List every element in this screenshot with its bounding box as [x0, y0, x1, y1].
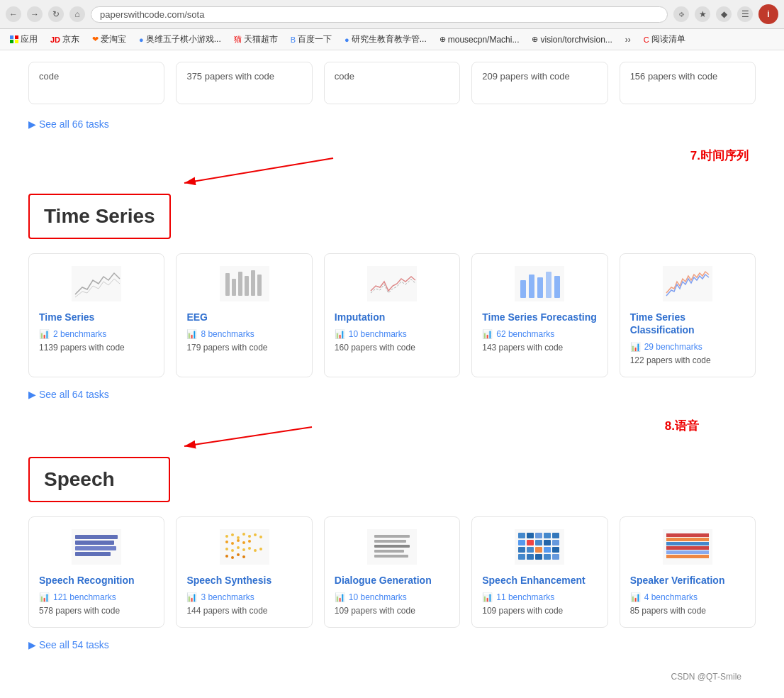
speech-recognition-benchmarks: 📊 121 benchmarks: [39, 592, 154, 602]
chart-icon-classification: 📊: [630, 342, 641, 352]
see-all-66-link[interactable]: ▶ See all 66 tasks: [28, 118, 756, 130]
forecasting-thumbnail: [482, 264, 597, 304]
time-series-forecasting-card[interactable]: Time Series Forecasting 📊 62 benchmarks …: [471, 253, 607, 377]
svg-point-36: [242, 541, 245, 544]
time-series-card-title: Time Series: [39, 311, 154, 323]
bookmark-tmall-label: 天猫超市: [244, 33, 278, 45]
bookmark-csdn-label: 阅读清单: [651, 33, 685, 45]
time-series-thumbnail: [39, 264, 154, 304]
time-series-classification-card[interactable]: Time Series Classification 📊 29 benchmar…: [620, 253, 756, 377]
svg-line-19: [184, 427, 312, 446]
partial-card-3[interactable]: code: [324, 62, 460, 104]
attribution: CSDN @QT-Smile: [28, 665, 756, 689]
speech-enhancement-card[interactable]: Speech Enhancement 📊 11 benchmarks 109 p…: [471, 516, 607, 628]
browser-chrome: ← → ↻ ⌂ paperswithcode.com/sota ⎆ ★ ◆ ☰ …: [0, 0, 784, 29]
bookmark-github1[interactable]: ⊕ mousecpn/Machi...: [435, 33, 524, 46]
bookmark-button[interactable]: ★: [695, 6, 710, 22]
bookmark-taobao[interactable]: ❤ 爱淘宝: [88, 32, 130, 47]
speech-header-box: Speech: [28, 457, 170, 502]
time-series-title: Time Series: [44, 205, 155, 228]
speech-recognition-card[interactable]: Speech Recognition 📊 121 benchmarks 578 …: [28, 516, 164, 628]
svg-rect-50: [374, 535, 410, 538]
forward-button[interactable]: →: [27, 6, 43, 22]
speech-synthesis-thumbnail: [186, 527, 301, 567]
speaker-verification-card[interactable]: Speaker Verification 📊 4 benchmarks 85 p…: [620, 516, 756, 628]
extensions-button[interactable]: ◆: [716, 6, 732, 22]
annotation-arrow-svg: [28, 144, 383, 194]
svg-point-28: [237, 536, 240, 539]
svg-rect-80: [666, 546, 709, 550]
imputation-card[interactable]: Imputation 📊 10 benchmarks 160 papers wi…: [324, 253, 460, 377]
svg-rect-67: [527, 547, 534, 553]
svg-rect-65: [552, 540, 559, 545]
eeg-card[interactable]: EEG 📊 8 benchmarks 179 papers with code: [176, 253, 312, 377]
classification-papers: 122 papers with code: [630, 355, 745, 367]
reload-button[interactable]: ↻: [48, 6, 64, 22]
profile-avatar[interactable]: i: [758, 4, 778, 24]
bookmark-baidu[interactable]: B 百度一下: [286, 32, 336, 47]
back-button[interactable]: ←: [6, 6, 21, 22]
partial-card-4[interactable]: 209 papers with code: [471, 62, 607, 104]
partial-card-2[interactable]: 375 papers with code: [176, 62, 312, 104]
partial-card-5[interactable]: 156 papers with code: [620, 62, 756, 104]
svg-rect-52: [374, 545, 410, 548]
bookmark-github2-label: vision/torchvision...: [540, 35, 612, 45]
bookmark-github1-label: mousecpn/Machi...: [448, 35, 520, 45]
svg-rect-71: [518, 554, 525, 560]
bookmark-apps[interactable]: 应用: [6, 32, 42, 47]
time-series-card[interactable]: Time Series 📊 2 benchmarks 1139 papers w…: [28, 253, 164, 377]
chart-icon: 📊: [39, 329, 50, 339]
svg-rect-61: [518, 540, 525, 545]
eeg-thumbnail: [186, 264, 301, 304]
partial-card-4-text: 209 papers with code: [482, 71, 597, 82]
eeg-card-title: EEG: [186, 311, 301, 323]
svg-rect-4: [225, 273, 230, 296]
svg-point-35: [237, 539, 240, 542]
speaker-verification-papers: 85 papers with code: [630, 605, 745, 617]
bookmark-tmall[interactable]: 猫 天猫超市: [230, 32, 282, 47]
svg-rect-10: [367, 266, 417, 301]
see-all-64-link[interactable]: ▶ See all 64 tasks: [28, 389, 756, 400]
svg-rect-2: [72, 266, 121, 301]
bookmark-edu-label: 研究生教育教学管...: [352, 33, 427, 45]
svg-rect-81: [666, 550, 709, 554]
svg-rect-66: [518, 547, 525, 553]
svg-rect-78: [666, 538, 709, 541]
speech-cards-grid: Speech Recognition 📊 121 benchmarks 578 …: [28, 516, 756, 628]
forecasting-card-title: Time Series Forecasting: [482, 311, 597, 323]
chart-icon-se: 📊: [482, 592, 493, 602]
speech-synthesis-card-title: Speech Synthesis: [186, 574, 301, 587]
speech-recognition-thumbnail: [39, 527, 154, 567]
annotation-speech-arrow-svg: [28, 414, 383, 457]
share-button[interactable]: ⎆: [673, 6, 689, 22]
bookmark-edu[interactable]: ● 研究生教育教学管...: [340, 32, 431, 47]
forecasting-benchmarks: 📊 62 benchmarks: [482, 329, 597, 339]
partial-card-1[interactable]: code: [28, 62, 164, 104]
bookmark-csdn[interactable]: C 阅读清单: [639, 32, 690, 47]
svg-rect-64: [544, 540, 551, 545]
see-all-54-link[interactable]: ▶ See all 54 tasks: [28, 639, 756, 650]
bookmark-more[interactable]: ››: [621, 33, 635, 46]
bookmark-github2[interactable]: ⊕ vision/torchvision...: [527, 33, 616, 46]
bookmark-jd[interactable]: JD 京东: [46, 32, 84, 47]
eeg-papers: 179 papers with code: [186, 342, 301, 354]
bookmark-game-label: 奥维五子棋小游戏...: [146, 33, 221, 45]
chart-icon-imputation: 📊: [335, 329, 345, 339]
speech-synthesis-card[interactable]: Speech Synthesis 📊 3 benchmarks 144 pape…: [176, 516, 312, 628]
svg-rect-73: [535, 554, 542, 560]
menu-button[interactable]: ☰: [737, 6, 753, 22]
svg-point-41: [242, 548, 245, 551]
see-all-66-label: See all 66 tasks: [39, 118, 109, 130]
attribution-text: CSDN @QT-Smile: [671, 672, 741, 682]
home-button[interactable]: ⌂: [69, 6, 85, 22]
svg-rect-60: [552, 533, 559, 538]
chart-icon-eeg: 📊: [186, 329, 197, 339]
chart-icon-sv: 📊: [630, 592, 641, 602]
eeg-benchmarks: 📊 8 benchmarks: [186, 329, 301, 339]
url-bar[interactable]: paperswithcode.com/sota: [91, 6, 668, 23]
bookmark-game[interactable]: ● 奥维五子棋小游戏...: [135, 32, 225, 47]
enhancement-benchmarks: 📊 11 benchmarks: [482, 592, 597, 602]
classification-thumbnail: [630, 264, 745, 304]
partial-card-3-text: code: [335, 71, 449, 82]
dialogue-generation-card[interactable]: Dialogue Generation 📊 10 benchmarks 109 …: [324, 516, 460, 628]
